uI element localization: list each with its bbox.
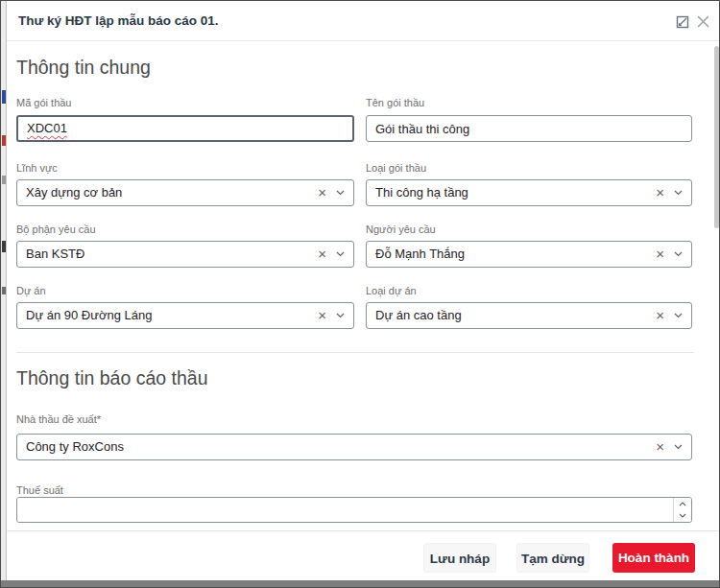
project-type-value: Dự án cao tầng xyxy=(375,303,462,328)
number-stepper xyxy=(673,498,691,522)
save-draft-button[interactable]: Lưu nháp xyxy=(423,543,496,573)
section-heading-general: Thông tin chung xyxy=(16,55,151,80)
chevron-down-icon[interactable] xyxy=(336,313,345,318)
clear-icon[interactable]: × xyxy=(656,435,664,459)
stepper-down-icon[interactable] xyxy=(674,510,691,523)
proposed-contractor-select[interactable]: Công ty RoxCons × xyxy=(16,434,692,460)
close-icon[interactable] xyxy=(696,14,710,33)
proposed-contractor-label: Nhà thầu đề xuất* xyxy=(16,413,101,426)
project-label: Dự án xyxy=(16,285,46,297)
pause-button[interactable]: Tạm dừng xyxy=(516,543,589,573)
modal-dialog: Thư ký HĐT lập mẫu báo cáo 01. Thông tin… xyxy=(6,1,719,580)
section-divider xyxy=(16,352,694,353)
section-heading-report: Thông tin báo cáo thầu xyxy=(16,365,208,390)
tax-rate-label: Thuế suất xyxy=(16,484,63,497)
package-code-input[interactable]: XDC01 xyxy=(16,115,354,142)
requester-select[interactable]: Đỗ Mạnh Thắng × xyxy=(366,241,692,268)
footer-divider xyxy=(7,530,720,531)
project-value: Dự án 90 Đường Láng xyxy=(26,303,152,328)
clear-icon[interactable]: × xyxy=(318,242,326,266)
project-select[interactable]: Dự án 90 Đường Láng × xyxy=(16,302,354,329)
chevron-down-icon[interactable] xyxy=(674,251,683,257)
package-type-select[interactable]: Thi công hạ tầng × xyxy=(366,179,692,206)
clear-icon[interactable]: × xyxy=(318,180,326,204)
requesting-department-select[interactable]: Ban KSTĐ × xyxy=(16,241,354,268)
package-code-value: XDC01 xyxy=(27,121,67,135)
project-type-label: Loại dự án xyxy=(366,285,417,297)
chevron-down-icon[interactable] xyxy=(336,190,345,196)
expand-icon[interactable] xyxy=(676,15,689,33)
background-page-bottom xyxy=(1,580,719,587)
requesting-department-label: Bộ phận yêu cầu xyxy=(16,223,96,236)
tax-rate-field xyxy=(16,497,692,523)
chevron-down-icon[interactable] xyxy=(674,313,683,318)
clear-icon[interactable]: × xyxy=(656,180,664,204)
package-type-label: Loại gói thầu xyxy=(366,162,426,175)
stepper-up-icon[interactable] xyxy=(674,498,691,510)
package-name-label: Tên gói thầu xyxy=(366,97,424,109)
clear-icon[interactable]: × xyxy=(318,303,326,327)
dialog-frame: Thư ký HĐT lập mẫu báo cáo 01. Thông tin… xyxy=(0,0,720,588)
requesting-department-value: Ban KSTĐ xyxy=(26,242,84,267)
vertical-scrollbar[interactable] xyxy=(714,46,719,228)
field-domain-value: Xây dựng cơ bản xyxy=(26,180,122,205)
requester-label: Người yêu cầu xyxy=(366,223,436,236)
package-code-label: Mã gói thầu xyxy=(16,97,71,109)
requester-value: Đỗ Mạnh Thắng xyxy=(375,242,465,267)
modal-title: Thư ký HĐT lập mẫu báo cáo 01. xyxy=(18,1,219,41)
clear-icon[interactable]: × xyxy=(656,303,664,327)
chevron-down-icon[interactable] xyxy=(674,190,683,196)
clear-icon[interactable]: × xyxy=(656,242,664,266)
chevron-down-icon[interactable] xyxy=(336,251,345,257)
complete-button[interactable]: Hoàn thành xyxy=(612,543,695,573)
proposed-contractor-value: Công ty RoxCons xyxy=(26,435,124,459)
tax-rate-input[interactable] xyxy=(17,498,673,522)
project-type-select[interactable]: Dự án cao tầng × xyxy=(366,302,692,329)
package-name-input[interactable] xyxy=(366,115,692,142)
chevron-down-icon[interactable] xyxy=(674,444,683,450)
modal-header: Thư ký HĐT lập mẫu báo cáo 01. xyxy=(7,1,720,41)
field-domain-label: Lĩnh vực xyxy=(16,162,58,175)
field-domain-select[interactable]: Xây dựng cơ bản × xyxy=(16,179,354,206)
package-type-value: Thi công hạ tầng xyxy=(375,180,468,205)
